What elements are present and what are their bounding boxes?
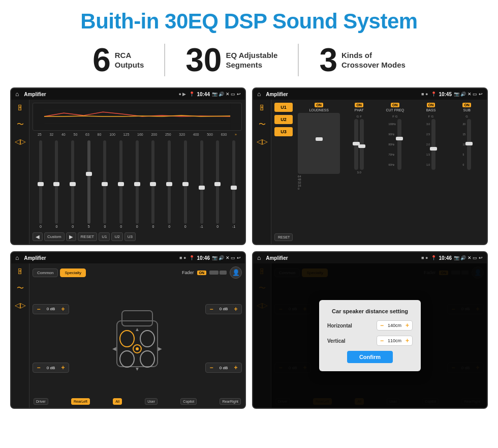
eq-slider-12[interactable]: 0 — [216, 140, 219, 228]
bass-slider[interactable] — [431, 119, 435, 170]
sub-slider[interactable] — [467, 119, 471, 170]
vertical-plus[interactable]: + — [406, 337, 409, 344]
db-control-4[interactable]: − 0 dB + — [205, 363, 242, 373]
screen-dialog: ⌂ Amplifier ■ ● 📍 10:46 📷 🔊 ✕ ▭ ↩ 🎚 〜 ◁▷… — [252, 251, 488, 409]
eq-slider-13[interactable]: -1 — [232, 140, 235, 228]
custom-btn[interactable]: Custom — [44, 232, 65, 241]
u3-btn-crossover[interactable]: U3 — [274, 127, 293, 136]
driver-btn[interactable]: Driver — [34, 398, 48, 405]
u1-btn-crossover[interactable]: U1 — [274, 103, 293, 112]
plus-btn-2[interactable]: + — [59, 364, 67, 371]
common-tab[interactable]: Common — [33, 268, 58, 277]
next-btn[interactable]: ▶ — [66, 232, 76, 241]
crossover-speaker-icon[interactable]: ◁▷ — [257, 137, 268, 145]
crossover-main: U1 U2 U3 RESET ON LOUDNESS — [271, 100, 487, 244]
cutfreq-on[interactable]: ON — [391, 103, 399, 107]
plus-btn-4[interactable]: + — [232, 364, 239, 371]
eq-content: 🎚 〜 ◁▷ — [11, 100, 245, 244]
user-btn[interactable]: User — [145, 398, 158, 405]
eq-slider-4[interactable]: 5 — [87, 140, 90, 228]
eq-sliders: 0 0 0 5 0 0 0 0 0 0 -1 0 -1 — [33, 138, 242, 230]
horizontal-control[interactable]: − 140cm + — [377, 320, 413, 331]
reset-btn-crossover[interactable]: RESET — [274, 233, 293, 241]
loudness-on[interactable]: ON — [315, 103, 323, 107]
u2-btn[interactable]: U2 — [111, 232, 122, 241]
horizontal-plus[interactable]: + — [406, 322, 409, 329]
rearright-btn[interactable]: RearRight — [220, 398, 241, 405]
vertical-control[interactable]: − 110cm + — [377, 336, 413, 346]
feature-crossover-text: Kinds ofCrossover Modes — [341, 50, 406, 70]
eq-slider-9[interactable]: 0 — [168, 140, 171, 228]
eq-slider-3[interactable]: 0 — [71, 140, 74, 228]
app-title-fader: Amplifier — [24, 255, 176, 261]
profile-icon[interactable]: 👤 — [230, 266, 242, 279]
bass-ctrl: ON BASS F G 3.02.52.01.51.0 — [414, 103, 448, 170]
feature-crossover: 3 Kinds ofCrossover Modes — [299, 44, 425, 76]
eq-icon[interactable]: 🎚 — [17, 104, 24, 112]
eq-slider-10[interactable]: 0 — [184, 140, 187, 228]
fader-wave-icon[interactable]: 〜 — [17, 284, 24, 293]
sub-on[interactable]: ON — [462, 103, 471, 107]
svg-rect-5 — [122, 311, 152, 326]
eq-slider-8[interactable]: 0 — [151, 140, 154, 228]
db-val-1: 0 dB — [44, 307, 58, 311]
loudness-slider[interactable] — [298, 113, 340, 174]
db-control-2[interactable]: − 0 dB + — [33, 363, 69, 373]
minus-btn-4[interactable]: − — [208, 364, 215, 371]
u1-btn[interactable]: U1 — [99, 232, 110, 241]
db-control-3[interactable]: − 0 dB + — [205, 304, 242, 314]
phat-on[interactable]: ON — [355, 103, 363, 107]
plus-btn-3[interactable]: + — [232, 306, 239, 313]
crossover-content: 🎚 〜 ◁▷ U1 U2 U3 RESET ON LOUDNESS — [253, 100, 487, 244]
db-val-3: 0 dB — [216, 307, 231, 311]
speaker-icon[interactable]: ◁▷ — [15, 137, 26, 145]
fader-on-badge[interactable]: ON — [197, 271, 207, 275]
home-icon-4[interactable]: ⌂ — [257, 254, 261, 261]
u2-btn-crossover[interactable]: U2 — [274, 115, 293, 124]
horizontal-minus[interactable]: − — [380, 322, 384, 329]
fader-speaker-icon[interactable]: ◁▷ — [15, 301, 26, 309]
prev-btn[interactable]: ◀ — [33, 232, 43, 241]
minus-btn-3[interactable]: − — [208, 306, 215, 313]
status-bar-eq: ⌂ Amplifier ● ▶ 📍 10:44 📷 🔊 ✕ ▭ ↩ — [11, 88, 245, 100]
feature-rca-text: RCAOutputs — [115, 50, 144, 70]
u3-btn[interactable]: U3 — [124, 232, 136, 241]
phat-f-slider[interactable] — [360, 119, 364, 170]
all-btn[interactable]: All — [113, 398, 122, 405]
phat-g-slider[interactable] — [354, 119, 358, 170]
copilot-btn[interactable]: Copilot — [180, 398, 197, 405]
minus-btn-2[interactable]: − — [35, 364, 42, 371]
eq-sidebar: 🎚 〜 ◁▷ — [11, 100, 29, 244]
loudness-ctrl: ON LOUDNESS 644832160 — [298, 103, 340, 190]
crossover-eq-icon[interactable]: 🎚 — [259, 104, 266, 112]
vertical-label: Vertical — [327, 338, 346, 344]
home-icon[interactable]: ⌂ — [15, 91, 19, 98]
reset-btn[interactable]: RESET — [78, 232, 98, 241]
crossover-wave-icon[interactable]: 〜 — [259, 120, 266, 129]
cutfreq-slider[interactable] — [397, 119, 401, 170]
eq-slider-11[interactable]: -1 — [200, 140, 203, 228]
eq-slider-5[interactable]: 0 — [103, 140, 106, 228]
home-icon-2[interactable]: ⌂ — [257, 91, 261, 98]
eq-slider-6[interactable]: 0 — [119, 140, 122, 228]
eq-main: 253240506380100125160200250320400500630»… — [29, 100, 245, 244]
confirm-button[interactable]: Confirm — [347, 351, 393, 363]
wave-icon[interactable]: 〜 — [17, 120, 24, 129]
home-icon-3[interactable]: ⌂ — [15, 254, 19, 261]
bass-on[interactable]: ON — [427, 103, 435, 107]
fader-eq-icon[interactable]: 🎚 — [17, 267, 24, 276]
eq-slider-7[interactable]: 0 — [136, 140, 139, 228]
screens-grid: ⌂ Amplifier ● ▶ 📍 10:44 📷 🔊 ✕ ▭ ↩ 🎚 〜 ◁▷ — [0, 84, 498, 414]
time-eq: 10:44 — [197, 92, 210, 97]
db-control-1[interactable]: − 0 dB + — [33, 304, 69, 314]
plus-btn-1[interactable]: + — [59, 306, 67, 313]
time-dialog: 10:46 — [439, 255, 452, 261]
svg-text:◀: ◀ — [112, 346, 116, 351]
svg-text:▶: ▶ — [158, 346, 162, 351]
eq-slider-2[interactable]: 0 — [55, 140, 58, 228]
specialty-tab[interactable]: Specialty — [60, 268, 85, 277]
vertical-minus[interactable]: − — [380, 337, 384, 344]
minus-btn-1[interactable]: − — [35, 306, 42, 313]
eq-slider-1[interactable]: 0 — [39, 140, 42, 228]
rearleft-btn[interactable]: RearLeft — [71, 398, 90, 405]
